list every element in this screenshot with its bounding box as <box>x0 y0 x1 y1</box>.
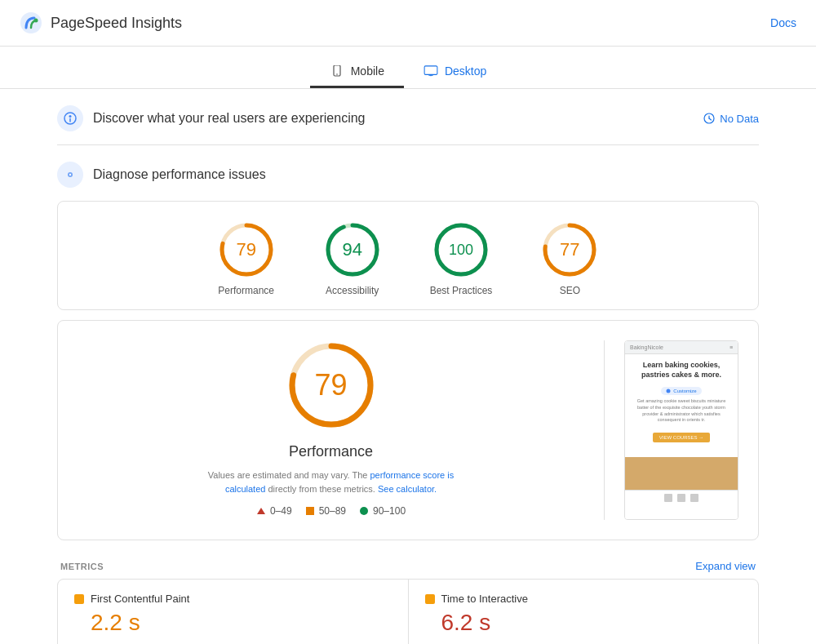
metric-tti-name: Time to Interactive <box>441 593 528 605</box>
scores-card: 79 Performance 94 Accessibility <box>57 201 759 310</box>
best-practices-circle: 100 <box>432 221 490 278</box>
big-performance-score: 79 <box>314 368 347 402</box>
accessibility-circle: 94 <box>324 221 381 278</box>
pagespeed-logo-icon <box>20 11 42 34</box>
diagnose-icon <box>57 162 83 188</box>
circle-icon <box>359 506 369 516</box>
discover-section-title: Discover what your real users are experi… <box>93 111 365 126</box>
metric-fcp-value: 2.2 s <box>91 610 392 636</box>
discover-section-header: Discover what your real users are experi… <box>57 89 759 144</box>
score-best-practices: 100 Best Practices <box>430 221 493 296</box>
performance-label: Performance <box>218 285 274 296</box>
svg-rect-4 <box>424 66 437 75</box>
svg-point-29 <box>667 389 671 393</box>
metric-fcp-name-row: First Contentful Paint <box>74 593 392 605</box>
mobile-icon <box>330 65 344 77</box>
preview-social-2 <box>677 494 685 502</box>
legend-orange: 50–89 <box>305 505 346 517</box>
metrics-label: METRICS <box>60 562 104 571</box>
website-preview: BakingNicole ≡ Learn baking cookies, pas… <box>624 340 738 520</box>
preview-content: Learn baking cookies, pastries cakes & m… <box>625 354 738 454</box>
main-content: Discover what your real users are experi… <box>41 89 775 644</box>
metric-fcp-dot <box>74 594 84 604</box>
tabs-bar: Mobile Desktop <box>0 47 816 89</box>
metric-tti-name-row: Time to Interactive <box>425 593 743 605</box>
score-performance: 79 Performance <box>218 221 275 296</box>
preview-headline: Learn baking cookies, pastries cakes & m… <box>632 361 731 380</box>
seo-label: SEO <box>560 285 580 296</box>
preview-customize: Customize <box>661 387 701 395</box>
performance-score: 79 <box>236 239 255 260</box>
score-accessibility: 94 Accessibility <box>324 221 381 296</box>
big-performance-circle: 79 <box>286 340 376 430</box>
metric-tti: Time to Interactive 6.2 s <box>409 580 759 644</box>
preview-body-text: Get amazing cookie sweet biscuits miniat… <box>632 398 731 424</box>
preview-bar: BakingNicole ≡ <box>625 341 738 354</box>
svg-marker-26 <box>257 508 265 514</box>
no-data-label: No Data <box>720 113 759 125</box>
best-practices-score: 100 <box>449 242 473 259</box>
see-calculator-link[interactable]: See calculator. <box>378 484 437 494</box>
diagnose-section-header: Diagnose performance issues <box>57 145 759 201</box>
preview-image-strip <box>625 457 738 490</box>
docs-link[interactable]: Docs <box>770 16 796 29</box>
diagnose-section-title: Diagnose performance issues <box>93 167 266 182</box>
svg-point-28 <box>360 507 368 515</box>
scores-row: 79 Performance 94 Accessibility <box>74 221 742 296</box>
triangle-icon <box>256 506 266 516</box>
score-seo: 77 SEO <box>541 221 598 296</box>
square-icon <box>305 506 315 516</box>
svg-point-15 <box>69 174 71 175</box>
app-title: PageSpeed Insights <box>51 15 182 32</box>
legend-row: 0–49 50–89 90–100 <box>256 505 406 517</box>
preview-cta-button: VIEW COURSES → <box>653 433 710 442</box>
preview-social-1 <box>664 494 672 502</box>
svg-line-12 <box>709 118 712 120</box>
metric-tti-value: 6.2 s <box>441 610 743 636</box>
metric-fcp: First Contentful Paint 2.2 s <box>58 580 408 644</box>
tab-desktop[interactable]: Desktop <box>404 56 506 88</box>
top-bar: PageSpeed Insights Docs <box>0 0 816 47</box>
no-data-area: No Data <box>703 113 759 125</box>
legend-green: 90–100 <box>359 505 406 517</box>
accessibility-label: Accessibility <box>326 285 379 296</box>
desktop-icon <box>424 65 438 77</box>
performance-left: 79 Performance Values are estimated and … <box>78 340 584 517</box>
best-practices-label: Best Practices <box>430 285 493 296</box>
metric-tti-dot <box>425 594 435 604</box>
seo-score: 77 <box>560 239 579 260</box>
legend-red: 0–49 <box>256 505 292 517</box>
tab-mobile[interactable]: Mobile <box>310 56 404 88</box>
metric-fcp-name: First Contentful Paint <box>91 593 189 605</box>
svg-point-0 <box>20 12 42 33</box>
seo-circle: 77 <box>541 221 598 278</box>
metrics-grid: First Contentful Paint 2.2 s Time to Int… <box>57 579 759 644</box>
svg-point-1 <box>34 19 38 23</box>
clock-icon <box>703 113 715 124</box>
vertical-divider <box>604 340 605 520</box>
svg-point-8 <box>69 115 72 118</box>
preview-footer <box>625 490 738 505</box>
expand-view-button[interactable]: Expand view <box>695 560 756 572</box>
accessibility-score: 94 <box>342 239 361 260</box>
preview-social-3 <box>690 494 698 502</box>
metrics-header: METRICS Expand view <box>57 550 759 579</box>
logo-area: PageSpeed Insights <box>20 11 182 34</box>
svg-rect-27 <box>306 507 314 515</box>
svg-point-3 <box>336 73 338 75</box>
metrics-section: METRICS Expand view First Contentful Pai… <box>57 550 759 644</box>
performance-note: Values are estimated and may vary. The p… <box>193 469 470 495</box>
preview-mockup: BakingNicole ≡ Learn baking cookies, pas… <box>625 341 738 519</box>
discover-icon <box>57 105 83 131</box>
performance-title: Performance <box>289 443 373 460</box>
performance-circle: 79 <box>218 221 275 278</box>
performance-detail-section: 79 Performance Values are estimated and … <box>57 320 759 540</box>
performance-detail-row: 79 Performance Values are estimated and … <box>78 340 738 520</box>
